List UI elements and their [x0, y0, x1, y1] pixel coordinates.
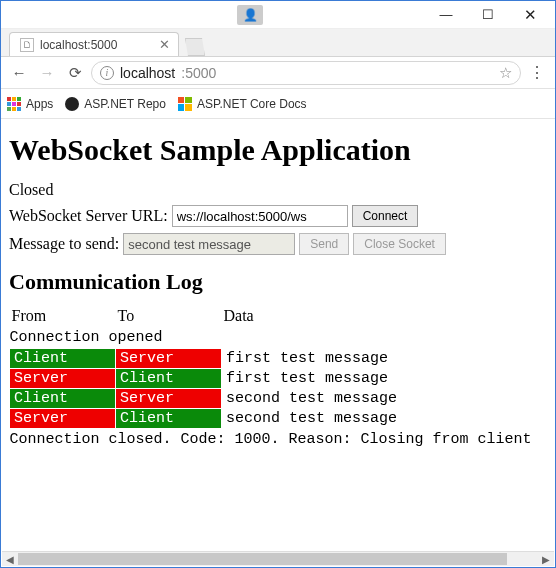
table-row: Connection closed. Code: 1000. Reason: C…	[10, 429, 550, 451]
tab-close-icon[interactable]: ✕	[159, 37, 170, 52]
browser-tab[interactable]: 🗋 localhost:5000 ✕	[9, 32, 179, 56]
data-cell: first test message	[222, 369, 550, 389]
bookmarks-bar: Apps ASP.NET Repo ASP.NET Core Docs	[1, 89, 555, 119]
scroll-thumb[interactable]	[18, 553, 507, 565]
url-host: localhost	[120, 65, 175, 81]
table-row: ClientServersecond test message	[10, 389, 550, 409]
microsoft-icon	[178, 97, 192, 111]
message-input	[123, 233, 295, 255]
bookmark-apps[interactable]: Apps	[7, 97, 53, 111]
table-header-row: From To Data	[10, 305, 550, 327]
connect-button[interactable]: Connect	[352, 205, 419, 227]
table-row: ClientServerfirst test message	[10, 349, 550, 369]
from-cell: Client	[10, 389, 116, 409]
site-info-icon[interactable]: i	[100, 66, 114, 80]
table-row: Connection opened	[10, 327, 550, 349]
ws-url-label: WebSocket Server URL:	[9, 207, 168, 225]
user-icon[interactable]: 👤	[237, 5, 263, 25]
bookmark-aspnet-docs[interactable]: ASP.NET Core Docs	[178, 97, 307, 111]
to-cell: Server	[116, 389, 222, 409]
communication-log-table: From To Data Connection openedClientServ…	[9, 305, 549, 450]
to-cell: Server	[116, 349, 222, 369]
page-content: WebSocket Sample Application Closed WebS…	[1, 119, 555, 551]
col-from: From	[10, 305, 116, 327]
table-row: ServerClientsecond test message	[10, 409, 550, 429]
message-label: Message to send:	[9, 235, 119, 253]
to-cell: Client	[116, 369, 222, 389]
status-cell: Connection opened	[10, 327, 550, 349]
from-cell: Server	[10, 409, 116, 429]
forward-button[interactable]: →	[35, 61, 59, 85]
ws-url-input[interactable]	[172, 205, 348, 227]
table-row: ServerClientfirst test message	[10, 369, 550, 389]
page-title: WebSocket Sample Application	[9, 133, 547, 167]
new-tab-button[interactable]	[185, 38, 205, 56]
url-port: :5000	[181, 65, 216, 81]
back-button[interactable]: ←	[7, 61, 31, 85]
apps-icon	[7, 97, 21, 111]
scroll-right-icon[interactable]: ▶	[538, 552, 554, 566]
connection-status: Closed	[9, 181, 53, 199]
bookmark-label: ASP.NET Repo	[84, 97, 166, 111]
github-icon	[65, 97, 79, 111]
col-to: To	[116, 305, 222, 327]
horizontal-scrollbar[interactable]: ◀ ▶	[2, 551, 554, 566]
address-bar[interactable]: i localhost:5000 ☆	[91, 61, 521, 85]
browser-menu-button[interactable]: ⋮	[525, 63, 549, 82]
bookmark-label: Apps	[26, 97, 53, 111]
tab-title: localhost:5000	[40, 38, 117, 52]
data-cell: second test message	[222, 409, 550, 429]
from-cell: Client	[10, 349, 116, 369]
window-maximize-button[interactable]: ☐	[467, 4, 509, 26]
send-button: Send	[299, 233, 349, 255]
file-icon: 🗋	[20, 38, 34, 52]
data-cell: second test message	[222, 389, 550, 409]
window-close-button[interactable]: ✕	[509, 4, 551, 26]
browser-tabstrip: 🗋 localhost:5000 ✕	[1, 29, 555, 57]
close-socket-button: Close Socket	[353, 233, 446, 255]
browser-toolbar: ← → ⟳ i localhost:5000 ☆ ⋮	[1, 57, 555, 89]
bookmark-aspnet-repo[interactable]: ASP.NET Repo	[65, 97, 166, 111]
bookmark-label: ASP.NET Core Docs	[197, 97, 307, 111]
scroll-left-icon[interactable]: ◀	[2, 552, 18, 566]
log-heading: Communication Log	[9, 269, 547, 295]
to-cell: Client	[116, 409, 222, 429]
reload-button[interactable]: ⟳	[63, 61, 87, 85]
from-cell: Server	[10, 369, 116, 389]
status-cell: Connection closed. Code: 1000. Reason: C…	[10, 429, 550, 451]
bookmark-star-icon[interactable]: ☆	[499, 64, 512, 82]
window-titlebar: 👤 — ☐ ✕	[1, 1, 555, 29]
window-minimize-button[interactable]: —	[425, 4, 467, 26]
scroll-track[interactable]	[18, 552, 538, 566]
data-cell: first test message	[222, 349, 550, 369]
col-data: Data	[222, 305, 550, 327]
